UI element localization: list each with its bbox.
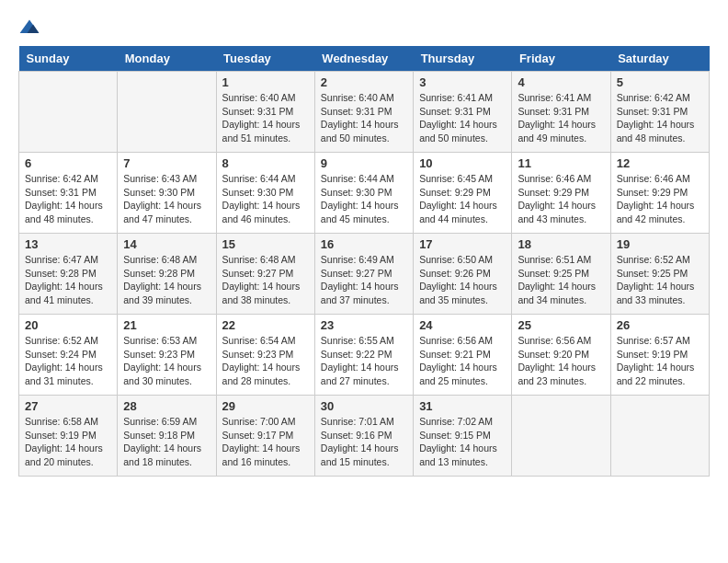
day-info: Sunrise: 6:43 AMSunset: 9:30 PMDaylight:… (123, 172, 210, 226)
day-info: Sunrise: 6:44 AMSunset: 9:30 PMDaylight:… (321, 172, 407, 226)
day-info: Sunrise: 6:45 AMSunset: 9:29 PMDaylight:… (419, 172, 506, 226)
day-number: 4 (518, 75, 604, 89)
logo (18, 18, 44, 37)
day-info: Sunrise: 6:52 AMSunset: 9:24 PMDaylight:… (25, 334, 111, 388)
day-number: 5 (617, 75, 703, 89)
day-number: 30 (321, 399, 407, 413)
day-info: Sunrise: 6:42 AMSunset: 9:31 PMDaylight:… (617, 91, 703, 145)
calendar-cell: 30Sunrise: 7:01 AMSunset: 9:16 PMDayligh… (314, 396, 413, 477)
calendar-cell: 17Sunrise: 6:50 AMSunset: 9:26 PMDayligh… (414, 234, 512, 315)
day-number: 25 (518, 318, 604, 332)
day-number: 23 (321, 318, 407, 332)
day-info: Sunrise: 6:50 AMSunset: 9:26 PMDaylight:… (419, 253, 506, 307)
day-number: 19 (617, 237, 703, 251)
day-info: Sunrise: 6:46 AMSunset: 9:29 PMDaylight:… (617, 172, 703, 226)
day-info: Sunrise: 6:48 AMSunset: 9:28 PMDaylight:… (123, 253, 210, 307)
day-number: 21 (123, 318, 210, 332)
day-info: Sunrise: 6:54 AMSunset: 9:23 PMDaylight:… (222, 334, 309, 388)
day-info: Sunrise: 6:40 AMSunset: 9:31 PMDaylight:… (222, 91, 309, 145)
day-info: Sunrise: 6:52 AMSunset: 9:25 PMDaylight:… (617, 253, 703, 307)
day-info: Sunrise: 6:51 AMSunset: 9:25 PMDaylight:… (518, 253, 604, 307)
day-number: 14 (123, 237, 210, 251)
day-info: Sunrise: 7:00 AMSunset: 9:17 PMDaylight:… (222, 415, 309, 469)
day-number: 16 (321, 237, 407, 251)
day-info: Sunrise: 6:40 AMSunset: 9:31 PMDaylight:… (321, 91, 407, 145)
calendar-cell: 5Sunrise: 6:42 AMSunset: 9:31 PMDaylight… (610, 72, 709, 153)
day-info: Sunrise: 6:53 AMSunset: 9:23 PMDaylight:… (123, 334, 210, 388)
day-number: 13 (25, 237, 111, 251)
day-number: 1 (222, 75, 309, 89)
calendar-cell (512, 396, 610, 477)
day-number: 8 (222, 156, 309, 170)
day-number: 7 (123, 156, 210, 170)
calendar-cell: 25Sunrise: 6:56 AMSunset: 9:20 PMDayligh… (512, 315, 610, 396)
calendar-cell: 1Sunrise: 6:40 AMSunset: 9:31 PMDaylight… (216, 72, 314, 153)
day-info: Sunrise: 6:46 AMSunset: 9:29 PMDaylight:… (518, 172, 604, 226)
day-number: 18 (518, 237, 604, 251)
day-number: 12 (617, 156, 703, 170)
day-number: 28 (123, 399, 210, 413)
calendar-cell: 21Sunrise: 6:53 AMSunset: 9:23 PMDayligh… (118, 315, 216, 396)
day-number: 20 (25, 318, 111, 332)
calendar-cell: 29Sunrise: 7:00 AMSunset: 9:17 PMDayligh… (216, 396, 314, 477)
header (18, 18, 710, 37)
calendar-cell: 8Sunrise: 6:44 AMSunset: 9:30 PMDaylight… (216, 153, 314, 234)
day-number: 15 (222, 237, 309, 251)
calendar-cell: 31Sunrise: 7:02 AMSunset: 9:15 PMDayligh… (414, 396, 512, 477)
calendar-cell: 24Sunrise: 6:56 AMSunset: 9:21 PMDayligh… (414, 315, 512, 396)
weekday-header-thursday: Thursday (414, 46, 512, 72)
calendar-cell: 11Sunrise: 6:46 AMSunset: 9:29 PMDayligh… (512, 153, 610, 234)
calendar-cell: 12Sunrise: 6:46 AMSunset: 9:29 PMDayligh… (610, 153, 709, 234)
weekday-header-tuesday: Tuesday (216, 46, 314, 72)
calendar-cell: 16Sunrise: 6:49 AMSunset: 9:27 PMDayligh… (314, 234, 413, 315)
day-info: Sunrise: 6:41 AMSunset: 9:31 PMDaylight:… (419, 91, 506, 145)
weekday-header-friday: Friday (512, 46, 610, 72)
calendar-cell: 20Sunrise: 6:52 AMSunset: 9:24 PMDayligh… (19, 315, 118, 396)
weekday-header-sunday: Sunday (19, 46, 118, 72)
calendar-cell: 13Sunrise: 6:47 AMSunset: 9:28 PMDayligh… (19, 234, 118, 315)
day-number: 27 (25, 399, 111, 413)
day-info: Sunrise: 6:58 AMSunset: 9:19 PMDaylight:… (25, 415, 111, 469)
calendar-cell: 22Sunrise: 6:54 AMSunset: 9:23 PMDayligh… (216, 315, 314, 396)
day-info: Sunrise: 7:02 AMSunset: 9:15 PMDaylight:… (419, 415, 506, 469)
calendar-cell: 23Sunrise: 6:55 AMSunset: 9:22 PMDayligh… (314, 315, 413, 396)
calendar-cell (118, 72, 216, 153)
calendar-table: SundayMondayTuesdayWednesdayThursdayFrid… (18, 46, 710, 477)
day-number: 29 (222, 399, 309, 413)
calendar-cell: 9Sunrise: 6:44 AMSunset: 9:30 PMDaylight… (314, 153, 413, 234)
day-info: Sunrise: 6:48 AMSunset: 9:27 PMDaylight:… (222, 253, 309, 307)
calendar-cell: 2Sunrise: 6:40 AMSunset: 9:31 PMDaylight… (314, 72, 413, 153)
day-number: 3 (419, 75, 506, 89)
weekday-header-wednesday: Wednesday (314, 46, 413, 72)
calendar-cell: 18Sunrise: 6:51 AMSunset: 9:25 PMDayligh… (512, 234, 610, 315)
day-number: 10 (419, 156, 506, 170)
calendar-cell: 3Sunrise: 6:41 AMSunset: 9:31 PMDaylight… (414, 72, 512, 153)
day-info: Sunrise: 6:47 AMSunset: 9:28 PMDaylight:… (25, 253, 111, 307)
calendar-cell: 28Sunrise: 6:59 AMSunset: 9:18 PMDayligh… (118, 396, 216, 477)
calendar-cell: 6Sunrise: 6:42 AMSunset: 9:31 PMDaylight… (19, 153, 118, 234)
day-info: Sunrise: 7:01 AMSunset: 9:16 PMDaylight:… (321, 415, 407, 469)
calendar-cell: 4Sunrise: 6:41 AMSunset: 9:31 PMDaylight… (512, 72, 610, 153)
generalblue-logo-icon (18, 18, 40, 37)
day-info: Sunrise: 6:49 AMSunset: 9:27 PMDaylight:… (321, 253, 407, 307)
weekday-header-saturday: Saturday (610, 46, 709, 72)
calendar-cell: 10Sunrise: 6:45 AMSunset: 9:29 PMDayligh… (414, 153, 512, 234)
calendar-cell: 7Sunrise: 6:43 AMSunset: 9:30 PMDaylight… (118, 153, 216, 234)
day-info: Sunrise: 6:59 AMSunset: 9:18 PMDaylight:… (123, 415, 210, 469)
weekday-header-monday: Monday (118, 46, 216, 72)
day-info: Sunrise: 6:55 AMSunset: 9:22 PMDaylight:… (321, 334, 407, 388)
day-number: 17 (419, 237, 506, 251)
calendar-cell: 26Sunrise: 6:57 AMSunset: 9:19 PMDayligh… (610, 315, 709, 396)
day-number: 24 (419, 318, 506, 332)
day-info: Sunrise: 6:56 AMSunset: 9:20 PMDaylight:… (518, 334, 604, 388)
day-number: 22 (222, 318, 309, 332)
day-number: 6 (25, 156, 111, 170)
day-info: Sunrise: 6:42 AMSunset: 9:31 PMDaylight:… (25, 172, 111, 226)
day-number: 2 (321, 75, 407, 89)
calendar-cell (610, 396, 709, 477)
day-info: Sunrise: 6:56 AMSunset: 9:21 PMDaylight:… (419, 334, 506, 388)
calendar-cell: 19Sunrise: 6:52 AMSunset: 9:25 PMDayligh… (610, 234, 709, 315)
day-number: 31 (419, 399, 506, 413)
calendar-cell: 15Sunrise: 6:48 AMSunset: 9:27 PMDayligh… (216, 234, 314, 315)
day-info: Sunrise: 6:57 AMSunset: 9:19 PMDaylight:… (617, 334, 703, 388)
